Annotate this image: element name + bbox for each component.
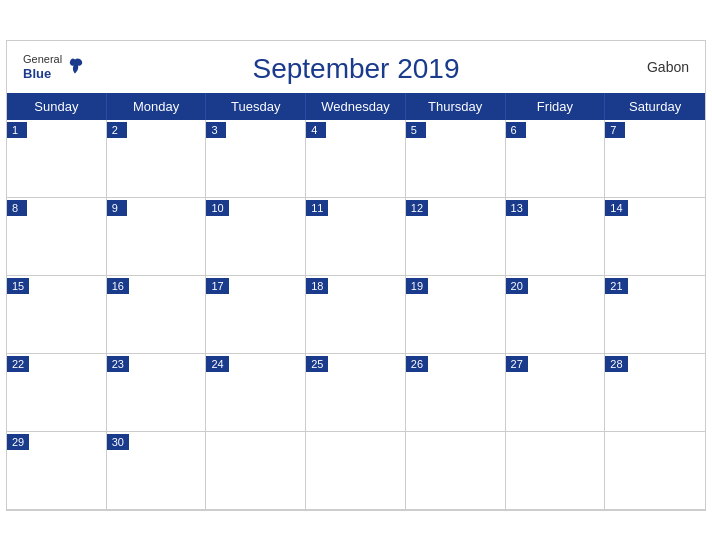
calendar-title: September 2019 [252, 53, 459, 85]
day-number: 18 [306, 278, 328, 294]
day-number: 21 [605, 278, 627, 294]
day-cell-10: 10 [206, 198, 306, 276]
day-number: 4 [306, 122, 326, 138]
day-cell-2: 2 [107, 120, 207, 198]
day-cell-16: 16 [107, 276, 207, 354]
logo-general-text: General [23, 52, 62, 65]
day-number: 5 [406, 122, 426, 138]
day-number: 23 [107, 356, 129, 372]
day-header-friday: Friday [506, 93, 606, 120]
day-cell-19: 19 [406, 276, 506, 354]
day-cell-8: 8 [7, 198, 107, 276]
day-number: 10 [206, 200, 228, 216]
logo: General Blue [23, 52, 86, 81]
day-cell-28: 28 [605, 354, 705, 432]
day-cell-24: 24 [206, 354, 306, 432]
day-number: 2 [107, 122, 127, 138]
day-cell-21: 21 [605, 276, 705, 354]
day-cell-7: 7 [605, 120, 705, 198]
empty-day-cell [206, 432, 306, 510]
day-number: 9 [107, 200, 127, 216]
day-number [406, 442, 426, 446]
day-cell-18: 18 [306, 276, 406, 354]
day-cell-3: 3 [206, 120, 306, 198]
day-number: 16 [107, 278, 129, 294]
day-number: 27 [506, 356, 528, 372]
day-number [605, 442, 625, 446]
empty-day-cell [306, 432, 406, 510]
day-number [506, 442, 526, 446]
day-cell-1: 1 [7, 120, 107, 198]
day-number: 20 [506, 278, 528, 294]
logo-bird-icon [64, 56, 86, 78]
day-headers-row: SundayMondayTuesdayWednesdayThursdayFrid… [7, 93, 705, 120]
day-number: 8 [7, 200, 27, 216]
day-number: 26 [406, 356, 428, 372]
empty-day-cell [605, 432, 705, 510]
day-number [206, 442, 226, 446]
day-cell-29: 29 [7, 432, 107, 510]
day-number: 3 [206, 122, 226, 138]
day-header-tuesday: Tuesday [206, 93, 306, 120]
calendar-header: General Blue September 2019 Gabon [7, 41, 705, 93]
day-header-thursday: Thursday [406, 93, 506, 120]
day-cell-15: 15 [7, 276, 107, 354]
day-number: 28 [605, 356, 627, 372]
day-number [306, 442, 326, 446]
day-cell-30: 30 [107, 432, 207, 510]
day-cell-20: 20 [506, 276, 606, 354]
day-number: 30 [107, 434, 129, 450]
day-number: 13 [506, 200, 528, 216]
day-number: 29 [7, 434, 29, 450]
day-number: 12 [406, 200, 428, 216]
day-number: 14 [605, 200, 627, 216]
day-number: 17 [206, 278, 228, 294]
day-cell-9: 9 [107, 198, 207, 276]
day-cell-23: 23 [107, 354, 207, 432]
day-header-saturday: Saturday [605, 93, 705, 120]
day-cell-5: 5 [406, 120, 506, 198]
day-number: 15 [7, 278, 29, 294]
day-number: 6 [506, 122, 526, 138]
day-cell-12: 12 [406, 198, 506, 276]
empty-day-cell [406, 432, 506, 510]
day-cell-4: 4 [306, 120, 406, 198]
day-number: 19 [406, 278, 428, 294]
day-number: 1 [7, 122, 27, 138]
day-cell-26: 26 [406, 354, 506, 432]
day-cell-6: 6 [506, 120, 606, 198]
day-header-sunday: Sunday [7, 93, 107, 120]
day-header-monday: Monday [107, 93, 207, 120]
country-label: Gabon [647, 59, 689, 75]
day-number: 22 [7, 356, 29, 372]
logo-blue-text: Blue [23, 65, 62, 81]
day-cell-14: 14 [605, 198, 705, 276]
calendar: General Blue September 2019 Gabon Sunday… [6, 40, 706, 511]
day-header-wednesday: Wednesday [306, 93, 406, 120]
day-cell-13: 13 [506, 198, 606, 276]
day-cell-25: 25 [306, 354, 406, 432]
day-cell-27: 27 [506, 354, 606, 432]
day-cell-22: 22 [7, 354, 107, 432]
day-number: 7 [605, 122, 625, 138]
day-number: 25 [306, 356, 328, 372]
empty-day-cell [506, 432, 606, 510]
day-cell-11: 11 [306, 198, 406, 276]
calendar-grid: 1234567891011121314151617181920212223242… [7, 120, 705, 510]
day-cell-17: 17 [206, 276, 306, 354]
day-number: 11 [306, 200, 328, 216]
day-number: 24 [206, 356, 228, 372]
